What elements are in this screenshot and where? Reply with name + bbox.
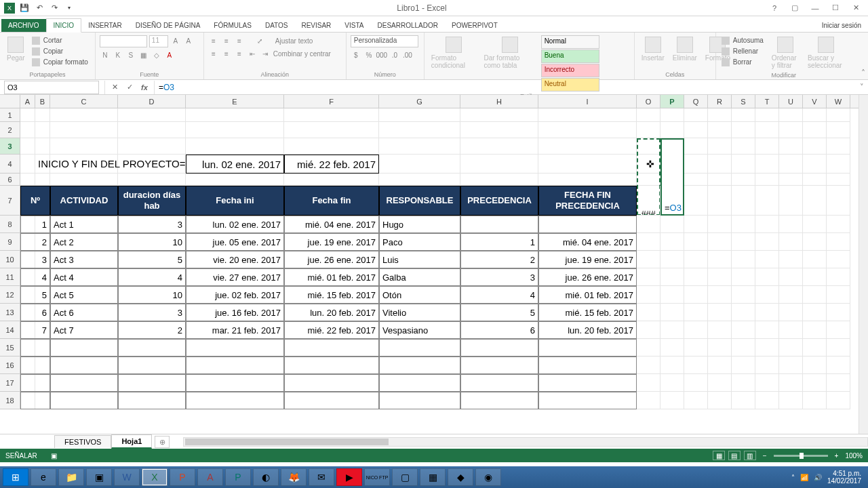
cell-V9[interactable] [803, 233, 827, 251]
cell-T10[interactable] [755, 251, 779, 268]
cell-ini-8[interactable]: lun. 02 ene. 2017 [186, 216, 284, 233]
project-end[interactable]: mié. 22 feb. 2017 [284, 155, 379, 174]
cell-B1[interactable] [35, 108, 50, 122]
normal-view-icon[interactable]: ▦ [713, 451, 725, 460]
cell-C17[interactable] [50, 374, 118, 392]
copy-button[interactable]: Copiar [31, 46, 91, 56]
cell-T9[interactable] [755, 233, 779, 251]
cell-ini-11[interactable]: vie. 27 ene. 2017 [186, 268, 284, 286]
tray-up-icon[interactable]: ˄ [791, 474, 795, 481]
cell-C3[interactable] [50, 138, 118, 155]
cell-D3[interactable] [118, 138, 186, 155]
cell-resp-8[interactable]: Hugo [379, 216, 460, 233]
cell-S4[interactable] [732, 155, 755, 174]
cell-H16[interactable] [460, 357, 538, 374]
cell-dur-12[interactable]: 10 [118, 286, 186, 304]
cell-F2[interactable] [284, 122, 379, 138]
align-right-icon[interactable]: ≡ [234, 48, 245, 59]
cell-prec-14[interactable]: 6 [460, 321, 538, 339]
cell-W16[interactable] [827, 357, 850, 374]
cell-R6[interactable] [708, 174, 732, 186]
cell-I15[interactable] [538, 339, 637, 357]
col-header-R[interactable]: R [708, 95, 732, 108]
cell-fprec-8[interactable] [538, 216, 637, 233]
cell-Q1[interactable] [684, 108, 708, 122]
cell-T14[interactable] [755, 321, 779, 339]
font-size-select[interactable]: 11 [149, 35, 168, 47]
col-header-B[interactable]: B [35, 95, 50, 108]
cell-S15[interactable] [732, 339, 755, 357]
cell-V13[interactable] [803, 304, 827, 321]
minimize-icon[interactable]: — [806, 1, 825, 15]
cell-A1[interactable] [20, 108, 35, 122]
col-header-T[interactable]: T [755, 95, 779, 108]
cell-U10[interactable] [779, 251, 803, 268]
cell-ini-10[interactable]: vie. 20 ene. 2017 [186, 251, 284, 268]
taskbar-ie-icon[interactable]: e [31, 468, 56, 486]
taskbar-powerpoint-icon[interactable]: P [170, 468, 195, 486]
tab-disenopagina[interactable]: DISEÑO DE PÁGINA [129, 19, 208, 32]
help-icon[interactable]: ? [765, 1, 784, 15]
cell-P2[interactable] [660, 122, 684, 138]
cell-U17[interactable] [779, 374, 803, 392]
cell-dur-9[interactable]: 10 [118, 233, 186, 251]
taskbar-access-icon[interactable]: A [197, 468, 223, 486]
cell-U4[interactable] [779, 155, 803, 174]
name-box[interactable] [4, 81, 99, 94]
system-tray[interactable]: ˄ 📶 🔊 4:51 p.m.14/02/2017 [791, 470, 865, 485]
cell-S8[interactable] [732, 216, 755, 233]
cell-A4[interactable] [20, 155, 35, 174]
project-start[interactable]: lun. 02 ene. 2017 [186, 155, 284, 174]
cell-O13[interactable] [637, 304, 660, 321]
increase-font-icon[interactable]: A [170, 35, 181, 46]
cell-U1[interactable] [779, 108, 803, 122]
cell-O9[interactable] [637, 233, 660, 251]
taskbar-publisher-icon[interactable]: P [225, 468, 251, 486]
col-header-F[interactable]: F [284, 95, 379, 108]
autosum-button[interactable]: Autosuma [720, 35, 766, 45]
cell-R18[interactable] [708, 392, 732, 409]
cell-dur-8[interactable]: 3 [118, 216, 186, 233]
align-bottom-icon[interactable]: ≡ [234, 35, 245, 46]
taskbar-firefox-icon[interactable]: 🦊 [281, 468, 307, 486]
taskbar-word-icon[interactable]: W [114, 468, 140, 486]
cell-V11[interactable] [803, 268, 827, 286]
cell-O1[interactable] [637, 108, 660, 122]
cell-fin-9[interactable]: jue. 19 ene. 2017 [284, 233, 379, 251]
cell-A17[interactable] [20, 374, 50, 392]
column-headers[interactable]: ABCDEFGHIOPQRSTUVW [0, 95, 868, 108]
percent-icon[interactable]: % [363, 49, 374, 60]
cell-F16[interactable] [284, 357, 379, 374]
horizontal-scrollbar[interactable] [183, 437, 868, 447]
maximize-icon[interactable]: ☐ [826, 1, 845, 15]
cell-U12[interactable] [779, 286, 803, 304]
cell-S12[interactable] [732, 286, 755, 304]
cell-U8[interactable] [779, 216, 803, 233]
cell-I3[interactable] [538, 138, 637, 155]
cell-R10[interactable] [708, 251, 732, 268]
cell-fprec-14[interactable]: lun. 20 feb. 2017 [538, 321, 637, 339]
cell-fin-11[interactable]: mié. 01 feb. 2017 [284, 268, 379, 286]
cell-O10[interactable] [637, 251, 660, 268]
cell-prec-10[interactable]: 2 [460, 251, 538, 268]
cell-T13[interactable] [755, 304, 779, 321]
col-header-U[interactable]: U [779, 95, 803, 108]
cell-D15[interactable] [118, 339, 186, 357]
cell-B2[interactable] [35, 122, 50, 138]
cell-W11[interactable] [827, 268, 850, 286]
sort-filter-button[interactable]: Ordenar y filtrar [769, 35, 802, 70]
increase-decimal-icon[interactable]: .0 [389, 49, 400, 60]
cell-H17[interactable] [460, 374, 538, 392]
style-buena[interactable]: Buena [541, 49, 599, 63]
cell-T8[interactable] [755, 216, 779, 233]
cell-resp-9[interactable]: Paco [379, 233, 460, 251]
cell-dur-14[interactable]: 2 [118, 321, 186, 339]
cell-fprec-12[interactable]: mié. 01 feb. 2017 [538, 286, 637, 304]
cell-num-13[interactable]: 6 [20, 304, 50, 321]
cell-S13[interactable] [732, 304, 755, 321]
vertical-scrollbar[interactable] [859, 95, 868, 434]
cell-C15[interactable] [50, 339, 118, 357]
italic-button[interactable]: K [113, 49, 123, 60]
cell-U2[interactable] [779, 122, 803, 138]
insert-function-icon[interactable]: fx [139, 83, 150, 92]
